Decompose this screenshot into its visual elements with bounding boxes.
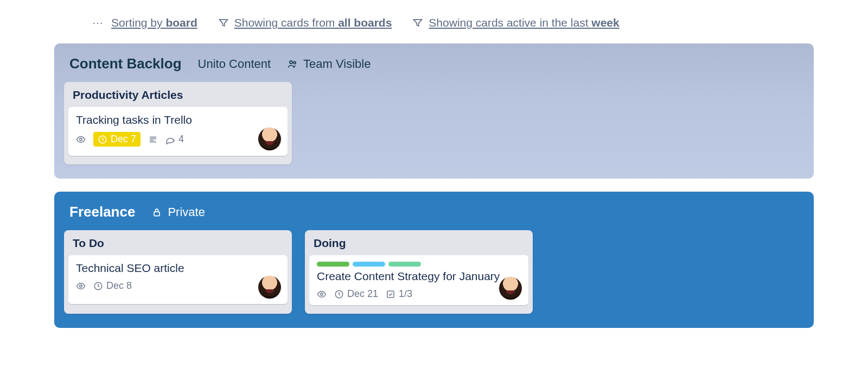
due-date: Dec 8 — [106, 280, 132, 292]
lock-icon — [151, 207, 162, 218]
board-freelance[interactable]: Freelance Private To Do Technical SEO ar… — [54, 192, 814, 328]
list-to-do[interactable]: To Do Technical SEO article Dec 8 — [64, 230, 292, 314]
card-badges: Dec 8 — [76, 280, 280, 292]
list-title[interactable]: Doing — [305, 230, 533, 255]
svg-point-1 — [293, 61, 296, 64]
svg-point-0 — [290, 61, 292, 64]
visibility-label: Private — [168, 205, 205, 219]
due-badge: Dec 7 — [93, 132, 141, 147]
due-date: Dec 7 — [111, 134, 136, 145]
sort-value: board — [165, 16, 197, 29]
member-avatar[interactable] — [258, 276, 281, 299]
label-green[interactable] — [317, 262, 349, 267]
due-badge: Dec 21 — [334, 288, 378, 300]
board-title[interactable]: Freelance — [69, 204, 135, 220]
scope-value: all boards — [338, 16, 392, 29]
comments-count: 4 — [178, 134, 184, 145]
card-badges: Dec 7 4 — [76, 132, 280, 147]
checklist-badge: 1/3 — [386, 288, 412, 300]
time-prefix: Showing cards active in the last — [429, 16, 591, 29]
label-mint[interactable] — [388, 262, 421, 267]
team-icon — [287, 59, 298, 69]
svg-rect-4 — [154, 212, 159, 216]
svg-point-7 — [321, 293, 323, 295]
board-title[interactable]: Content Backlog — [69, 55, 182, 72]
card-title: Tracking tasks in Trello — [76, 113, 280, 126]
comments-badge: 4 — [165, 134, 184, 145]
filter-bar: ⋯ Sorting by board Showing cards from al… — [54, 11, 814, 43]
time-filter[interactable]: Showing cards active in the last week — [412, 16, 619, 29]
card-title: Create Content Strategy for January — [317, 270, 521, 283]
more-icon: ⋯ — [92, 16, 106, 29]
scope-prefix: Showing cards from — [234, 16, 338, 29]
board-team[interactable]: Unito Content — [198, 57, 271, 71]
watch-icon — [76, 135, 86, 144]
card[interactable]: Tracking tasks in Trello Dec 7 — [68, 107, 288, 156]
list-title[interactable]: To Do — [64, 230, 292, 255]
clock-icon — [98, 135, 107, 144]
sort-prefix: Sorting by — [111, 16, 165, 29]
watch-icon — [76, 281, 86, 291]
sort-filter[interactable]: ⋯ Sorting by board — [92, 16, 197, 29]
board-header: Content Backlog Unito Content Team Visib… — [64, 54, 804, 82]
clock-icon — [93, 281, 103, 291]
list-title[interactable]: Productivity Articles — [64, 82, 292, 107]
visibility-label: Team Visible — [303, 57, 371, 71]
card-badges: Dec 21 1/3 — [317, 288, 521, 300]
board-header: Freelance Private — [64, 203, 804, 230]
watch-icon — [317, 289, 327, 299]
description-icon — [148, 135, 158, 144]
comment-icon — [165, 135, 175, 144]
due-badge: Dec 8 — [93, 280, 132, 292]
label-sky[interactable] — [353, 262, 385, 267]
due-date: Dec 21 — [347, 288, 378, 300]
list-productivity-articles[interactable]: Productivity Articles Tracking tasks in … — [64, 82, 292, 164]
card-labels — [317, 262, 521, 267]
clock-icon — [334, 289, 344, 299]
filter-icon — [412, 17, 423, 28]
card[interactable]: Technical SEO article Dec 8 — [68, 255, 288, 304]
board-content-backlog[interactable]: Content Backlog Unito Content Team Visib… — [54, 43, 814, 179]
board-scope-filter[interactable]: Showing cards from all boards — [218, 16, 392, 29]
list-doing[interactable]: Doing Create Content Strategy for Januar… — [305, 230, 533, 314]
svg-point-5 — [80, 284, 82, 287]
checklist-icon — [386, 289, 395, 299]
time-value: week — [591, 16, 619, 29]
board-visibility[interactable]: Private — [151, 205, 205, 219]
board-visibility[interactable]: Team Visible — [287, 57, 371, 71]
checklist-count: 1/3 — [399, 288, 412, 300]
svg-point-2 — [80, 138, 82, 141]
team-name: Unito Content — [198, 57, 271, 71]
card[interactable]: Create Content Strategy for January Dec … — [309, 255, 528, 305]
svg-rect-9 — [387, 291, 394, 298]
member-avatar[interactable] — [499, 277, 522, 300]
filter-icon — [218, 17, 229, 28]
member-avatar[interactable] — [258, 128, 281, 150]
card-title: Technical SEO article — [76, 262, 280, 275]
